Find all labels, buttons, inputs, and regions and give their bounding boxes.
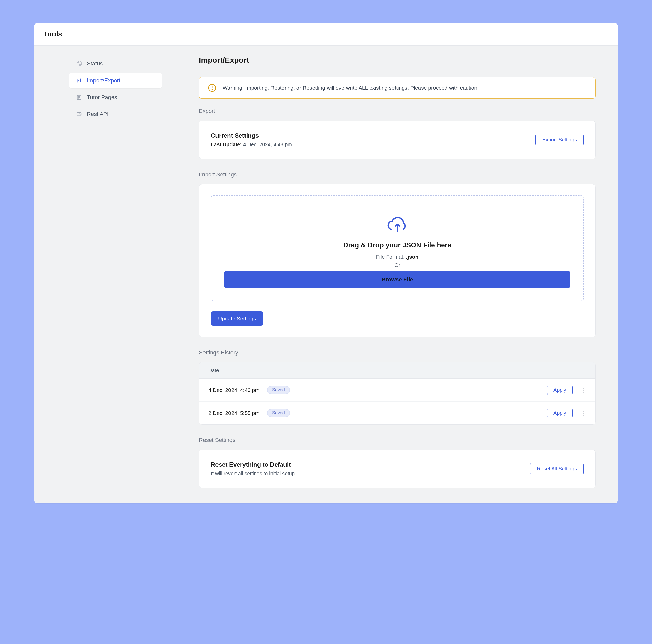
export-settings-button[interactable]: Export Settings: [535, 133, 584, 146]
pages-icon: [76, 94, 82, 100]
sidebar: Status Import/Export Tutor Pages Rest AP…: [34, 46, 177, 503]
history-left: 4 Dec, 2024, 4:43 pm Saved: [208, 386, 290, 394]
history-row: 2 Dec, 2024, 5:55 pm Saved Apply: [199, 402, 595, 424]
dot-icon: [583, 415, 584, 416]
sidebar-item-tutor-pages[interactable]: Tutor Pages: [69, 89, 162, 105]
dot-icon: [583, 390, 584, 391]
sidebar-item-import-export[interactable]: Import/Export: [69, 73, 162, 88]
last-update-label: Last Update:: [211, 142, 242, 147]
pie-chart-icon: [76, 61, 82, 67]
export-section-title: Export: [199, 108, 596, 114]
history-right: Apply: [547, 408, 586, 418]
dot-icon: [583, 413, 584, 414]
dot-icon: [583, 388, 584, 389]
apply-button[interactable]: Apply: [547, 385, 573, 395]
warning-text: Warning: Importing, Restoring, or Resett…: [223, 85, 479, 91]
export-row: Current Settings Last Update: 4 Dec, 202…: [211, 132, 584, 148]
reset-all-settings-button[interactable]: Reset All Settings: [530, 463, 584, 475]
app-title: Tools: [44, 30, 608, 38]
export-info: Current Settings Last Update: 4 Dec, 202…: [211, 132, 292, 148]
history-left: 2 Dec, 2024, 5:55 pm Saved: [208, 409, 290, 417]
swap-arrows-icon: [76, 77, 82, 84]
last-update-value: 4 Dec, 2024, 4:43 pm: [243, 142, 292, 147]
dropzone[interactable]: Drag & Drop your JSON File here File For…: [211, 196, 584, 301]
more-options-button[interactable]: [580, 386, 586, 394]
more-options-button[interactable]: [580, 409, 586, 417]
dropzone-file-format: File Format: .json: [224, 254, 570, 260]
app-header: Tools: [34, 23, 618, 46]
status-badge: Saved: [267, 409, 290, 417]
update-row: Update Settings: [211, 311, 584, 326]
sidebar-item-rest-api[interactable]: Rest API: [69, 106, 162, 122]
history-header: Date: [199, 362, 595, 379]
browse-file-button[interactable]: Browse File: [224, 271, 570, 288]
warning-icon: [208, 84, 216, 92]
file-format-label: File Format:: [376, 254, 405, 260]
reset-row: Reset Everything to Default It will reve…: [211, 461, 584, 476]
cloud-upload-icon: [387, 214, 407, 234]
history-date: 4 Dec, 2024, 4:43 pm: [208, 387, 260, 393]
export-last-update: Last Update: 4 Dec, 2024, 4:43 pm: [211, 142, 292, 148]
svg-point-7: [212, 89, 212, 90]
file-format-value: .json: [406, 254, 418, 260]
update-settings-button[interactable]: Update Settings: [211, 311, 263, 326]
dropzone-or: Or: [224, 262, 570, 268]
history-card: Date 4 Dec, 2024, 4:43 pm Saved Apply: [199, 362, 596, 424]
sidebar-item-label: Import/Export: [87, 77, 120, 84]
sidebar-item-status[interactable]: Status: [69, 56, 162, 72]
dot-icon: [583, 392, 584, 393]
api-icon: [76, 111, 82, 117]
reset-card-sub: It will revert all settings to initial s…: [211, 471, 296, 476]
export-card-title: Current Settings: [211, 132, 292, 139]
dropzone-title: Drag & Drop your JSON File here: [224, 241, 570, 249]
main-content: Import/Export Warning: Importing, Restor…: [177, 46, 618, 503]
reset-section-title: Reset Settings: [199, 437, 596, 443]
import-card: Drag & Drop your JSON File here File For…: [199, 184, 596, 337]
history-right: Apply: [547, 385, 586, 395]
sidebar-item-label: Tutor Pages: [87, 94, 117, 101]
reset-info: Reset Everything to Default It will reve…: [211, 461, 296, 476]
app-window: Tools Status Import/Export Tutor Pages: [34, 23, 618, 503]
history-column-date: Date: [208, 367, 219, 373]
import-section-title: Import Settings: [199, 171, 596, 178]
warning-banner: Warning: Importing, Restoring, or Resett…: [199, 77, 596, 99]
status-badge: Saved: [267, 386, 290, 394]
history-date: 2 Dec, 2024, 5:55 pm: [208, 410, 260, 416]
dot-icon: [583, 411, 584, 412]
sidebar-item-label: Status: [87, 60, 103, 67]
history-section-title: Settings History: [199, 350, 596, 356]
export-card: Current Settings Last Update: 4 Dec, 202…: [199, 121, 596, 159]
apply-button[interactable]: Apply: [547, 408, 573, 418]
history-row: 4 Dec, 2024, 4:43 pm Saved Apply: [199, 379, 595, 402]
page-title: Import/Export: [199, 56, 596, 65]
reset-card-title: Reset Everything to Default: [211, 461, 296, 468]
sidebar-item-label: Rest API: [87, 111, 109, 118]
app-body: Status Import/Export Tutor Pages Rest AP…: [34, 46, 618, 503]
reset-card: Reset Everything to Default It will reve…: [199, 449, 596, 488]
